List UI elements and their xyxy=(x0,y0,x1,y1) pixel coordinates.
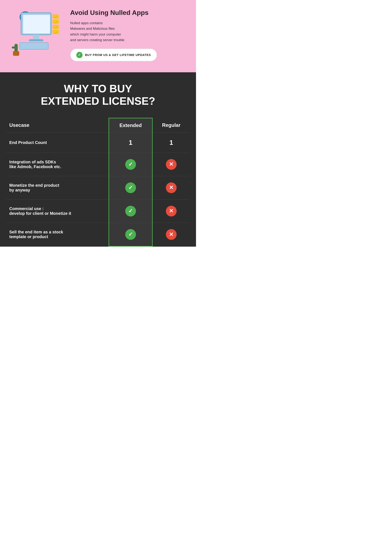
monitor-base xyxy=(29,39,43,41)
keyboard xyxy=(20,42,48,50)
col-regular-header: Regular xyxy=(153,118,190,132)
lock-item: 🔑 xyxy=(53,20,59,24)
extended-count: 1 xyxy=(129,139,132,146)
col-usecase-header: Usecase xyxy=(6,118,109,132)
table-row: End Product Count11 xyxy=(6,132,190,153)
top-description: Nulled apps contains Malwares and Malici… xyxy=(70,20,190,43)
buy-button-label: BUY FROM US & GET LIFETIME UPDATES xyxy=(85,53,151,57)
lock-item: 🔑 xyxy=(53,14,59,19)
buy-button[interactable]: ✓ BUY FROM US & GET LIFETIME UPDATES xyxy=(70,48,157,61)
cross-icon: ✕ xyxy=(166,159,177,170)
top-title: Avoid Using Nulled Apps xyxy=(70,9,190,17)
section-title: WHY TO BUY EXTENDED LICENSE? xyxy=(6,83,190,107)
cactus xyxy=(11,41,21,56)
illustration: @ 🔑 🔑 🔑 🔑 xyxy=(6,8,64,62)
monitor xyxy=(21,12,51,35)
table-row: Integration of ads SDKs like Admob, Face… xyxy=(6,153,190,176)
check-icon: ✓ xyxy=(125,229,136,240)
dark-section: WHY TO BUY EXTENDED LICENSE? Usecase Ext… xyxy=(0,72,196,247)
row-label: Sell the end item as a stock template or… xyxy=(6,223,109,246)
top-content: Avoid Using Nulled Apps Nulled apps cont… xyxy=(70,9,190,61)
check-icon: ✓ xyxy=(125,182,136,193)
lock-item: 🔑 xyxy=(53,25,59,29)
check-icon: ✓ xyxy=(125,159,136,170)
extended-value: 1 xyxy=(109,132,153,153)
regular-value: ✕ xyxy=(153,199,190,223)
check-icon: ✓ xyxy=(125,206,136,216)
cross-icon: ✕ xyxy=(166,206,177,216)
extended-value: ✓ xyxy=(109,199,153,223)
regular-count: 1 xyxy=(169,139,173,146)
regular-value: 1 xyxy=(153,132,190,153)
cross-icon: ✕ xyxy=(166,229,177,240)
lock-item: 🔑 xyxy=(53,30,59,34)
regular-value: ✕ xyxy=(153,223,190,246)
license-table: Usecase Extended Regular End Product Cou… xyxy=(6,118,190,247)
extended-value: ✓ xyxy=(109,176,153,199)
top-section: @ 🔑 🔑 🔑 🔑 Avoid Using Nulled Apps Null xyxy=(0,0,196,72)
table-row: Commercial use : develop for client or M… xyxy=(6,199,190,223)
row-label: End Product Count xyxy=(6,132,109,153)
shield-icon: ✓ xyxy=(76,52,83,58)
extended-value: ✓ xyxy=(109,153,153,176)
lock-stack: 🔑 🔑 🔑 🔑 xyxy=(53,14,59,34)
row-label: Monetize the end product by anyway xyxy=(6,176,109,199)
monitor-screen xyxy=(23,15,50,34)
cross-icon: ✕ xyxy=(166,182,177,193)
row-label: Integration of ads SDKs like Admob, Face… xyxy=(6,153,109,176)
extended-value: ✓ xyxy=(109,223,153,246)
table-row: Monetize the end product by anyway✓✕ xyxy=(6,176,190,199)
regular-value: ✕ xyxy=(153,176,190,199)
table-row: Sell the end item as a stock template or… xyxy=(6,223,190,246)
row-label: Commercial use : develop for client or M… xyxy=(6,199,109,223)
col-extended-header: Extended xyxy=(109,118,153,132)
regular-value: ✕ xyxy=(153,153,190,176)
